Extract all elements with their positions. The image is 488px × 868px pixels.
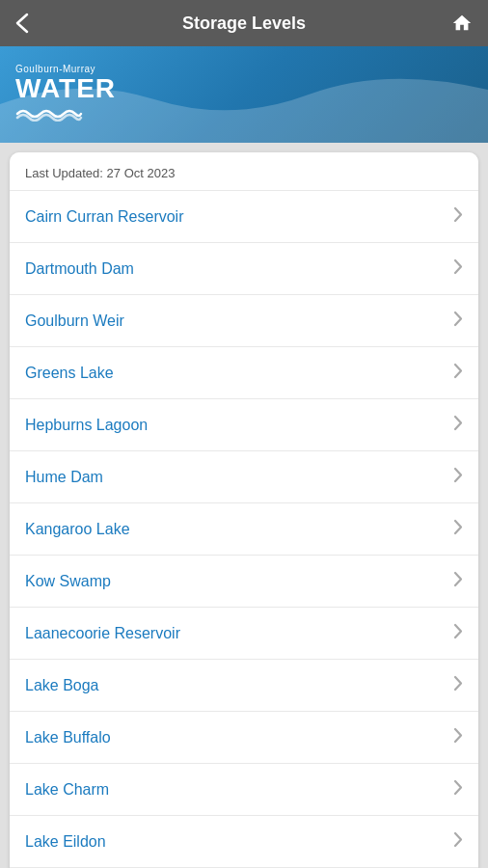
- home-button[interactable]: [451, 13, 473, 34]
- chevron-right-icon: [453, 831, 463, 852]
- nav-bar: Storage Levels: [0, 0, 488, 46]
- list-item-hume-dam[interactable]: Hume Dam: [10, 451, 478, 503]
- chevron-right-icon: [453, 519, 463, 539]
- list-item-laanecoorie-reservoir[interactable]: Laanecoorie Reservoir: [10, 608, 478, 660]
- list-item-label-lake-boga: Lake Boga: [25, 677, 99, 694]
- last-updated: Last Updated: 27 Oct 2023: [10, 152, 478, 191]
- storage-list-container: Last Updated: 27 Oct 2023 Cairn Curran R…: [10, 152, 478, 868]
- list-item-greens-lake[interactable]: Greens Lake: [10, 347, 478, 399]
- list-item-label-cairn-curran-reservoir: Cairn Curran Reservoir: [25, 208, 184, 226]
- list-item-label-goulburn-weir: Goulburn Weir: [25, 312, 124, 330]
- chevron-right-icon: [453, 571, 463, 591]
- list-item-cairn-curran-reservoir[interactable]: Cairn Curran Reservoir: [10, 191, 478, 243]
- list-item-label-kangaroo-lake: Kangaroo Lake: [25, 521, 130, 538]
- logo-large-text: WATER: [15, 75, 116, 102]
- chevron-right-icon: [453, 675, 463, 695]
- list-item-label-laanecoorie-reservoir: Laanecoorie Reservoir: [25, 625, 180, 642]
- list-item-label-hume-dam: Hume Dam: [25, 469, 103, 486]
- header-banner: Goulburn-Murray WATER: [0, 46, 488, 143]
- list-item-hepburns-lagoon[interactable]: Hepburns Lagoon: [10, 399, 478, 451]
- list-item-lake-eildon[interactable]: Lake Eildon: [10, 816, 478, 868]
- list-item-kangaroo-lake[interactable]: Kangaroo Lake: [10, 503, 478, 556]
- logo: Goulburn-Murray WATER: [15, 64, 116, 125]
- chevron-right-icon: [453, 467, 463, 487]
- list-item-goulburn-weir[interactable]: Goulburn Weir: [10, 295, 478, 347]
- list-item-label-kow-swamp: Kow Swamp: [25, 573, 111, 590]
- list-item-lake-boga[interactable]: Lake Boga: [10, 660, 478, 712]
- chevron-right-icon: [453, 206, 463, 227]
- list-item-label-greens-lake: Greens Lake: [25, 365, 114, 382]
- list-item-lake-charm[interactable]: Lake Charm: [10, 764, 478, 816]
- list-item-kow-swamp[interactable]: Kow Swamp: [10, 556, 478, 608]
- chevron-right-icon: [453, 363, 463, 383]
- list-item-label-lake-buffalo: Lake Buffalo: [25, 729, 111, 746]
- chevron-right-icon: [453, 258, 463, 279]
- list-item-label-lake-charm: Lake Charm: [25, 781, 109, 799]
- list-item-label-lake-eildon: Lake Eildon: [25, 833, 106, 851]
- list-item-lake-buffalo[interactable]: Lake Buffalo: [10, 712, 478, 764]
- chevron-right-icon: [453, 311, 463, 331]
- back-button[interactable]: [15, 13, 29, 34]
- list-item-label-hepburns-lagoon: Hepburns Lagoon: [25, 417, 148, 434]
- chevron-right-icon: [453, 779, 463, 800]
- chevron-right-icon: [453, 623, 463, 643]
- chevron-right-icon: [453, 415, 463, 435]
- chevron-right-icon: [453, 727, 463, 747]
- list-item-dartmouth-dam[interactable]: Dartmouth Dam: [10, 243, 478, 295]
- logo-waves: [15, 106, 83, 125]
- storage-list: Cairn Curran ReservoirDartmouth DamGoulb…: [10, 191, 478, 868]
- page-title: Storage Levels: [182, 14, 306, 34]
- list-item-label-dartmouth-dam: Dartmouth Dam: [25, 260, 134, 278]
